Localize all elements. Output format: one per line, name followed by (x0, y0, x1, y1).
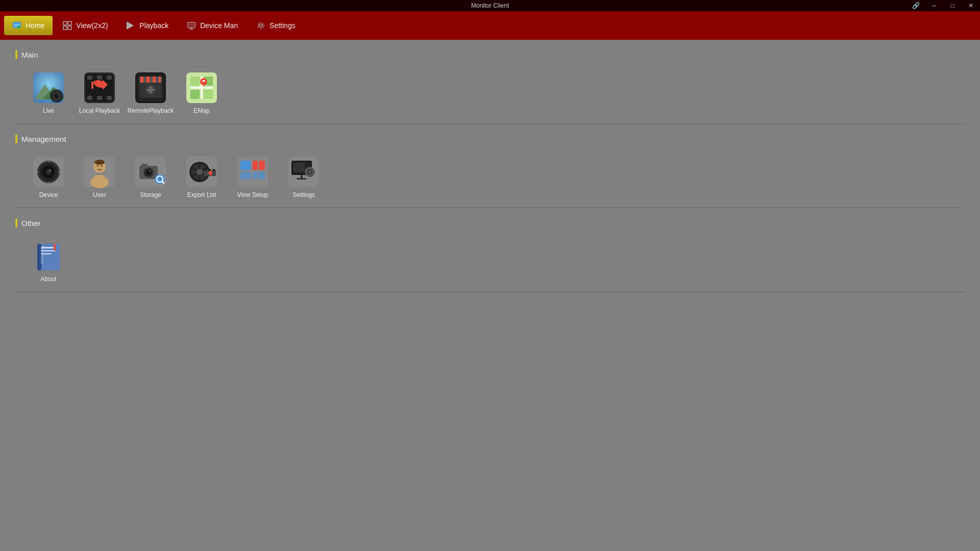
settings-item[interactable]: Settings (281, 152, 327, 203)
svg-point-64 (97, 165, 99, 167)
svg-rect-117 (41, 247, 56, 248)
nav-settings[interactable]: Settings (248, 16, 304, 35)
svg-point-22 (57, 94, 58, 95)
device-label: Device (39, 191, 58, 198)
storage-label: Storage (140, 191, 161, 198)
management-section-header: Management (15, 134, 965, 143)
nav-playback[interactable]: Playback (118, 16, 177, 35)
svg-rect-4 (63, 21, 67, 25)
svg-rect-35 (140, 77, 143, 83)
svg-rect-95 (240, 161, 251, 170)
nav-home-label: Home (26, 21, 44, 30)
settings-mgmt-label: Settings (292, 191, 314, 198)
svg-rect-30 (107, 96, 112, 100)
main-section: Main (15, 50, 965, 124)
svg-point-65 (101, 165, 103, 167)
maximize-button[interactable]: □ (943, 0, 962, 11)
svg-rect-118 (41, 250, 56, 252)
svg-rect-111 (313, 171, 315, 173)
svg-marker-8 (128, 22, 134, 29)
svg-point-3 (18, 27, 20, 28)
svg-rect-27 (107, 76, 112, 80)
svg-rect-37 (153, 77, 156, 83)
emap-icon (185, 71, 218, 104)
svg-rect-97 (259, 161, 265, 170)
svg-marker-121 (54, 244, 56, 251)
localplayback-label: Local Playback (79, 107, 120, 114)
other-section-bar (15, 218, 17, 228)
management-section-title: Management (21, 135, 66, 143)
svg-rect-46 (190, 90, 200, 99)
management-icons-row: Device (15, 152, 965, 203)
nav-view-label: View(2x2) (76, 21, 108, 30)
svg-rect-91 (209, 169, 211, 171)
title-bar: Monitor Client 🔗 ─ □ ✕ (0, 0, 980, 11)
nav-bar: Home View(2x2) Playback (0, 11, 980, 40)
svg-rect-29 (97, 96, 102, 100)
content-area: Main (0, 40, 980, 313)
other-section-header: Other (15, 218, 965, 228)
svg-point-60 (37, 171, 39, 173)
device-item[interactable]: Device (26, 152, 71, 203)
svg-rect-5 (68, 21, 71, 25)
main-divider (15, 123, 965, 124)
viewsetup-icon (236, 156, 269, 188)
svg-rect-68 (94, 175, 105, 183)
remoteplayback-item[interactable]: RemotePlayback (128, 67, 174, 118)
home-icon (12, 21, 21, 30)
minimize-button[interactable]: ─ (925, 0, 943, 11)
svg-point-14 (259, 24, 262, 27)
svg-rect-104 (293, 163, 305, 172)
other-divider (15, 292, 965, 292)
svg-rect-6 (63, 26, 67, 30)
storage-icon (134, 156, 167, 188)
view-icon (63, 21, 72, 30)
svg-point-58 (47, 161, 50, 163)
svg-rect-71 (141, 164, 148, 168)
other-icons-row: About (15, 236, 965, 287)
other-section: Other (15, 218, 965, 292)
nav-deviceman[interactable]: Device Man (179, 16, 246, 35)
viewsetup-item[interactable]: View Setup (230, 152, 276, 203)
svg-rect-110 (305, 171, 307, 173)
svg-rect-99 (253, 172, 258, 179)
svg-rect-47 (204, 90, 213, 99)
close-button[interactable]: ✕ (962, 0, 980, 11)
svg-rect-28 (87, 96, 92, 100)
user-item[interactable]: User (77, 152, 122, 203)
nav-home[interactable]: Home (4, 16, 53, 35)
exportlist-icon (185, 156, 218, 188)
live-item[interactable]: Live (26, 67, 71, 118)
svg-rect-113 (297, 178, 307, 180)
remoteplayback-icon (134, 71, 167, 104)
management-divider (15, 208, 965, 208)
management-section: Management (15, 134, 965, 208)
about-icon (32, 240, 65, 272)
svg-point-66 (94, 160, 105, 165)
nav-view[interactable]: View(2x2) (55, 16, 116, 35)
main-icons-row: Live (15, 67, 965, 118)
pin-button[interactable]: 🔗 (906, 0, 925, 11)
svg-point-61 (58, 171, 60, 173)
svg-rect-11 (189, 23, 194, 27)
storage-item[interactable]: Storage (128, 152, 174, 203)
svg-point-107 (309, 171, 311, 173)
svg-point-59 (47, 181, 50, 183)
svg-point-40 (149, 88, 153, 92)
svg-point-57 (49, 169, 51, 171)
user-label: User (93, 191, 106, 198)
nav-settings-label: Settings (270, 21, 296, 30)
settings-mgmt-icon (287, 156, 320, 188)
svg-rect-36 (146, 77, 150, 83)
localplayback-item[interactable]: Local Playback (77, 67, 122, 118)
deviceman-icon (187, 21, 196, 30)
playback-icon (126, 21, 135, 30)
emap-item[interactable]: EMap (179, 67, 225, 118)
svg-rect-44 (190, 77, 200, 86)
viewsetup-label: View Setup (237, 191, 268, 198)
svg-rect-96 (253, 161, 258, 170)
main-section-header: Main (15, 50, 965, 59)
exportlist-item[interactable]: Export List (179, 152, 225, 203)
localplayback-icon (83, 71, 116, 104)
about-item[interactable]: About (26, 236, 71, 287)
